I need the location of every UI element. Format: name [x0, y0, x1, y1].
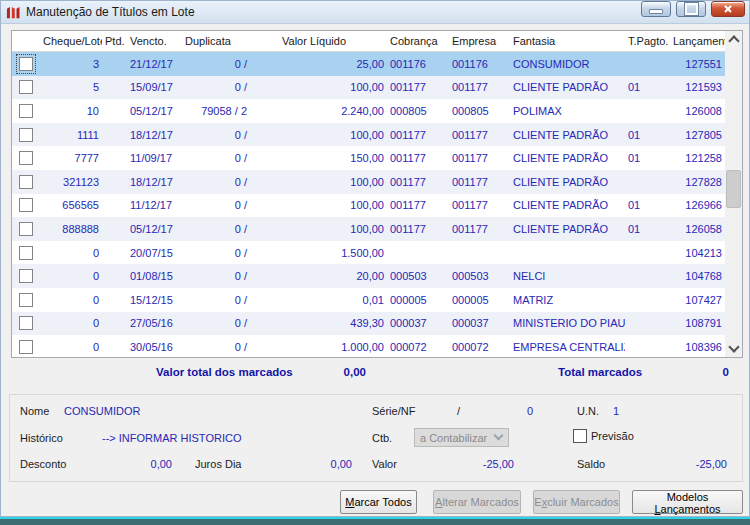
- table-row[interactable]: 0 01/08/15 0 / 20,00 000503 000503 NELCI…: [12, 264, 725, 288]
- cell-ptd: [102, 99, 127, 123]
- nome-label: Nome: [20, 405, 49, 417]
- table-row[interactable]: 0 30/05/16 0 / 1.000,00 000072 000072 EM…: [12, 335, 725, 359]
- cell-duplicata: 0 /: [182, 194, 279, 218]
- historico-label: Histórico: [20, 432, 63, 444]
- cell-lancamento: 121593: [670, 76, 725, 100]
- marcar-todos-button[interactable]: Marcar Todos: [340, 490, 417, 514]
- excluir-marcados-button[interactable]: Excluir Marcados: [533, 490, 620, 514]
- scroll-down-button[interactable]: [725, 340, 742, 357]
- chevron-down-icon: [494, 430, 504, 440]
- row-checkbox[interactable]: [19, 128, 33, 142]
- cell-cheque: 0: [40, 288, 102, 312]
- cell-cobranca: 000037: [387, 312, 449, 336]
- table-row[interactable]: 321123 18/12/17 0 / 100,00 001177 001177…: [12, 170, 725, 194]
- scrollbar-thumb[interactable]: [726, 170, 741, 208]
- cell-valor: 100,00: [279, 76, 387, 100]
- cell-duplicata: 0 /: [182, 264, 279, 288]
- cell-empresa: 000503: [449, 264, 510, 288]
- cell-empresa: 001177: [449, 194, 510, 218]
- cell-duplicata: 0 /: [182, 76, 279, 100]
- cell-empresa: 001177: [449, 146, 510, 170]
- table-row[interactable]: 656565 11/12/17 0 / 100,00 001177 001177…: [12, 194, 725, 218]
- column-header-check[interactable]: [12, 31, 40, 52]
- column-header-tpagto[interactable]: T.Pagto.: [625, 31, 670, 52]
- table-row[interactable]: 0 15/12/15 0 / 0,01 000005 000005 MATRIZ…: [12, 288, 725, 312]
- row-checkbox[interactable]: [19, 175, 33, 189]
- row-checkbox[interactable]: [19, 269, 33, 283]
- table-row[interactable]: 5 15/09/17 0 / 100,00 001177 001177 CLIE…: [12, 76, 725, 100]
- table-row[interactable]: 888888 05/12/17 0 / 100,00 001177 001177…: [12, 217, 725, 241]
- row-checkbox[interactable]: [19, 293, 33, 307]
- column-header-ptd[interactable]: Ptd.: [102, 31, 127, 52]
- column-header-empresa[interactable]: Empresa: [449, 31, 510, 52]
- cell-tpagto: [625, 170, 670, 194]
- table-row[interactable]: 3 21/12/17 0 / 25,00 001176 001176 CONSU…: [12, 52, 725, 76]
- cell-lancamento: 127805: [670, 123, 725, 147]
- table-row[interactable]: 1111 18/12/17 0 / 100,00 001177 001177 C…: [12, 123, 725, 147]
- table-row[interactable]: 10 05/12/17 79058 / 2 2.240,00 000805 00…: [12, 99, 725, 123]
- cell-check: [12, 288, 40, 312]
- cell-cobranca: 001177: [387, 217, 449, 241]
- cell-fantasia: CONSUMIDOR: [510, 52, 625, 76]
- cell-cheque: 10: [40, 99, 102, 123]
- row-checkbox[interactable]: [19, 57, 33, 71]
- cell-cheque: 0: [40, 312, 102, 336]
- table-row[interactable]: 0 20/07/15 0 / 1.500,00 104213: [12, 241, 725, 265]
- previsao-field: Previsão: [573, 429, 634, 443]
- close-button[interactable]: [711, 1, 745, 17]
- cell-valor: 20,00: [279, 264, 387, 288]
- row-checkbox[interactable]: [19, 104, 33, 118]
- juros-dia-value: 0,00: [285, 458, 352, 470]
- valor-label: Valor: [372, 458, 397, 470]
- cell-tpagto: [625, 264, 670, 288]
- ctb-select[interactable]: a Contabilizar: [414, 428, 509, 447]
- alterar-marcados-button[interactable]: Alterar Marcados: [433, 490, 521, 514]
- column-header-lancamento[interactable]: Lançamento: [670, 31, 725, 52]
- cell-tpagto: 01: [625, 76, 670, 100]
- minimize-button[interactable]: [641, 1, 671, 17]
- table-row[interactable]: 0 27/05/16 0 / 439,30 000037 000037 MINI…: [12, 312, 725, 336]
- cell-tpagto: 01: [625, 194, 670, 218]
- cell-empresa: 001177: [449, 170, 510, 194]
- cell-check: [12, 217, 40, 241]
- row-checkbox[interactable]: [19, 151, 33, 165]
- cell-check: [12, 76, 40, 100]
- table-row[interactable]: 7777 11/09/17 0 / 150,00 001177 001177 C…: [12, 146, 725, 170]
- cell-check: [12, 264, 40, 288]
- cell-lancamento: 126058: [670, 217, 725, 241]
- cell-vencto: 11/12/17: [127, 194, 182, 218]
- column-header-cobranca[interactable]: Cobrança: [387, 31, 449, 52]
- cell-tpagto: 01: [625, 146, 670, 170]
- total-marcados-label: Total marcados: [558, 366, 642, 378]
- column-header-duplicata[interactable]: Duplicata: [182, 31, 279, 52]
- row-checkbox[interactable]: [19, 80, 33, 94]
- previsao-checkbox[interactable]: [573, 429, 587, 443]
- valor-value: -25,00: [440, 458, 514, 470]
- cell-lancamento: 126008: [670, 99, 725, 123]
- row-checkbox[interactable]: [19, 340, 33, 354]
- column-header-fantasia[interactable]: Fantasia: [510, 31, 625, 52]
- row-checkbox[interactable]: [19, 316, 33, 330]
- column-header-vencto[interactable]: Vencto.: [127, 31, 182, 52]
- cell-cobranca: 000503: [387, 264, 449, 288]
- row-checkbox[interactable]: [19, 198, 33, 212]
- row-checkbox[interactable]: [19, 246, 33, 260]
- vertical-scrollbar[interactable]: [725, 31, 742, 357]
- cell-duplicata: 0 /: [182, 312, 279, 336]
- cell-tpagto: 01: [625, 217, 670, 241]
- cell-cobranca: 001177: [387, 76, 449, 100]
- column-header-cheque[interactable]: Cheque/Lote: [40, 31, 102, 52]
- serie-nf-label: Série/NF: [372, 405, 415, 417]
- cell-tpagto: 01: [625, 123, 670, 147]
- cell-empresa: [449, 241, 510, 265]
- cell-vencto: 05/12/17: [127, 217, 182, 241]
- column-header-valor[interactable]: Valor Líquido: [279, 31, 387, 52]
- cell-check: [12, 146, 40, 170]
- cell-lancamento: 104213: [670, 241, 725, 265]
- maximize-button[interactable]: [676, 1, 706, 17]
- scroll-up-button[interactable]: [725, 31, 742, 48]
- row-checkbox[interactable]: [19, 222, 33, 236]
- modelos-lancamentos-button[interactable]: Modelos Lançamentos: [632, 490, 743, 514]
- valor-total-label: Valor total dos marcados: [156, 366, 293, 378]
- total-marcados-value: 0: [681, 366, 729, 378]
